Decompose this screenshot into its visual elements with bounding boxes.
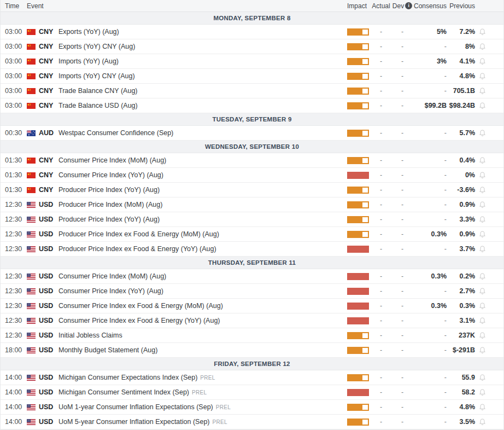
event-name-cell: Consumer Price Index (YoY) (Aug) xyxy=(58,287,347,295)
bell-icon[interactable] xyxy=(478,374,487,382)
event-row[interactable]: 12:30 xyxy=(1,197,503,212)
bell-icon[interactable] xyxy=(478,317,487,325)
bell-icon[interactable] xyxy=(478,287,487,295)
event-name-cell: Producer Price Index (MoM) (Aug) xyxy=(58,201,347,208)
impact-cell xyxy=(347,201,371,208)
consensus-value: - xyxy=(414,287,447,295)
previous-value: 705.1B xyxy=(447,87,475,95)
event-name-cell: Trade Balance CNY (Aug) xyxy=(58,87,347,95)
bell-icon[interactable] xyxy=(478,201,487,209)
impact-filled-segment xyxy=(347,102,361,109)
actual-value: - xyxy=(371,129,391,137)
impact-filled-segment xyxy=(347,157,361,164)
event-row[interactable]: 03:00 xyxy=(1,98,503,113)
event-row[interactable]: 12:30 xyxy=(1,227,503,242)
event-time: 12:30 xyxy=(5,216,27,223)
bell-icon[interactable] xyxy=(478,245,487,253)
event-name-cell: Westpac Consumer Confidence (Sep) xyxy=(58,129,347,137)
event-name: UoM 5-year Consumer Inflation Expectatio… xyxy=(58,418,210,426)
event-row[interactable]: 00:30 xyxy=(1,126,503,141)
usa-flag-icon xyxy=(27,231,36,237)
bell-icon[interactable] xyxy=(478,302,487,310)
currency-flag xyxy=(27,73,39,79)
bell-icon[interactable] xyxy=(478,57,487,66)
event-row[interactable]: 03:00 xyxy=(1,84,503,98)
deviation-value: - xyxy=(391,43,414,50)
event-row[interactable]: 12:30 xyxy=(1,242,503,257)
bell-icon[interactable] xyxy=(478,171,487,179)
actual-value: - xyxy=(371,230,391,238)
info-icon[interactable]: i xyxy=(405,2,412,9)
impact-empty-segment xyxy=(361,58,369,65)
bell-icon[interactable] xyxy=(478,102,487,110)
event-time: 12:30 xyxy=(5,230,27,238)
bell-icon[interactable] xyxy=(478,72,487,80)
impact-filled-segment xyxy=(347,28,361,36)
event-name-cell: Imports (YoY) (Aug) xyxy=(58,57,347,65)
previous-value: 3.1% xyxy=(447,317,475,324)
alert-cell xyxy=(475,216,489,224)
bell-icon[interactable] xyxy=(478,388,487,397)
actual-value: - xyxy=(371,43,391,50)
event-row[interactable]: 14:00 xyxy=(1,370,503,385)
event-time: 14:00 xyxy=(5,418,27,426)
previous-value: 0.3% xyxy=(447,302,475,310)
event-row[interactable]: 12:30 xyxy=(1,328,503,343)
bell-icon[interactable] xyxy=(478,332,487,340)
event-row[interactable]: 12:30 xyxy=(1,299,503,313)
bell-icon[interactable] xyxy=(478,346,487,355)
event-row[interactable]: 12:30 xyxy=(1,269,503,284)
event-row[interactable]: 18:00 xyxy=(1,343,503,358)
impact-filled-segment xyxy=(347,88,361,95)
impact-indicator xyxy=(347,73,369,80)
event-row[interactable]: 03:00 xyxy=(1,69,503,84)
event-name-cell: Producer Price Index (YoY) (Aug) xyxy=(58,186,347,194)
event-time: 03:00 xyxy=(5,43,27,50)
bell-icon[interactable] xyxy=(478,403,487,411)
event-time: 01:30 xyxy=(5,171,27,179)
currency-flag xyxy=(27,231,39,237)
bell-icon[interactable] xyxy=(478,28,487,36)
event-name: Trade Balance CNY (Aug) xyxy=(58,87,138,95)
prel-badge: PREL xyxy=(192,390,207,396)
china-flag-icon xyxy=(27,187,36,193)
impact-filled-segment xyxy=(347,216,361,223)
currency-code: AUD xyxy=(39,129,58,137)
bell-icon[interactable] xyxy=(478,272,487,281)
bell-icon[interactable] xyxy=(478,129,487,137)
actual-value: - xyxy=(371,87,391,95)
event-name: Imports (YoY) (Aug) xyxy=(58,57,119,65)
event-row[interactable]: 14:00 xyxy=(1,400,503,415)
bell-icon[interactable] xyxy=(478,156,487,165)
bell-icon[interactable] xyxy=(478,418,487,426)
impact-indicator xyxy=(347,303,369,310)
event-row[interactable]: 12:30 xyxy=(1,313,503,328)
event-name-cell: Consumer Price Index ex Food & Energy (Y… xyxy=(58,317,347,324)
consensus-value: - xyxy=(414,245,447,253)
event-row[interactable]: 03:00 xyxy=(1,25,503,39)
bell-icon[interactable] xyxy=(478,230,487,239)
event-time: 18:00 xyxy=(5,346,27,354)
event-row[interactable]: 03:00 xyxy=(1,54,503,69)
consensus-value: - xyxy=(414,129,447,137)
event-row[interactable]: 03:00 xyxy=(1,39,503,54)
event-row[interactable]: 12:30 xyxy=(1,284,503,299)
day-header-label: WEDNESDAY, SEPTEMBER 10 xyxy=(205,143,299,150)
event-name-cell: Michigan Consumer Sentiment Index (Sep)P… xyxy=(58,388,347,396)
bell-icon[interactable] xyxy=(478,216,487,224)
consensus-value: - xyxy=(414,87,447,95)
bell-icon[interactable] xyxy=(478,186,487,194)
event-row[interactable]: 01:30 xyxy=(1,153,503,168)
event-row[interactable]: 01:30 xyxy=(1,168,503,183)
event-row[interactable]: 01:30 xyxy=(1,183,503,197)
bell-icon[interactable] xyxy=(478,43,487,51)
event-row[interactable]: 12:30 xyxy=(1,212,503,227)
deviation-value: - xyxy=(391,171,414,179)
impact-filled-segment xyxy=(347,374,361,381)
event-row[interactable]: 14:00 xyxy=(1,385,503,400)
event-row[interactable]: 14:00 xyxy=(1,415,503,429)
currency-flag xyxy=(27,172,39,178)
previous-value: 55.9 xyxy=(447,374,475,381)
day-header: MONDAY, SEPTEMBER 8 xyxy=(1,12,503,25)
bell-icon[interactable] xyxy=(478,87,487,95)
